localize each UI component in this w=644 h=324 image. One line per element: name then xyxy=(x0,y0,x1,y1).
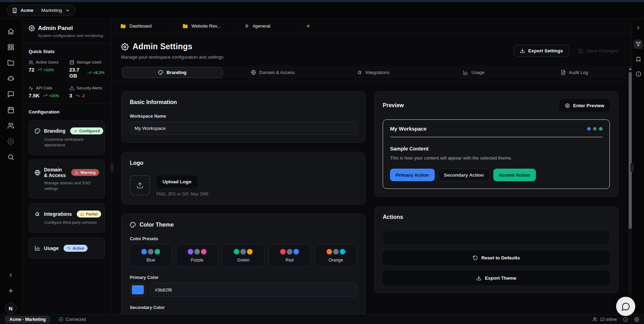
user-avatar[interactable]: N xyxy=(5,302,17,314)
bar-chart-icon xyxy=(35,245,40,251)
scrollbar-thumb[interactable] xyxy=(629,72,632,229)
upload-logo-button[interactable]: Upload Logo xyxy=(156,175,197,188)
calendar-icon xyxy=(7,106,14,113)
export-settings-button[interactable]: Export Settings xyxy=(514,45,569,57)
gear-icon xyxy=(7,138,14,145)
connection-status: Connected xyxy=(59,317,86,322)
main-scrollbar[interactable] xyxy=(628,66,632,314)
search-icon xyxy=(7,154,14,161)
preset-red[interactable]: Red xyxy=(269,244,311,267)
tab-domain-access[interactable]: Domain & Access xyxy=(223,67,323,78)
preset-blue[interactable]: Blue xyxy=(130,244,172,267)
tab-integrations[interactable]: Integrations xyxy=(323,67,424,78)
config-item-desc: Configure third-party services xyxy=(35,220,99,226)
add-button[interactable] xyxy=(4,284,18,298)
folder-icon xyxy=(120,23,126,29)
secondary-action-button[interactable]: Secondary Action xyxy=(438,169,490,181)
basic-information-card: Basic Information Workspace Name xyxy=(121,91,366,143)
preview-theme-dots xyxy=(587,127,602,131)
enter-preview-button[interactable]: Enter Preview xyxy=(559,99,610,112)
chat-fab-button[interactable] xyxy=(616,297,635,316)
stat-label: API Calls xyxy=(36,86,52,90)
tab-audit-log[interactable]: Audit Log xyxy=(524,67,624,78)
accent-action-button[interactable]: Accent Action xyxy=(493,169,536,181)
workspace-name-input[interactable] xyxy=(130,122,357,135)
collapse-sidebar-button[interactable] xyxy=(4,268,18,282)
info-button[interactable] xyxy=(636,71,641,77)
config-item-usage[interactable]: Usage Active xyxy=(29,237,105,259)
trending-up-icon xyxy=(87,71,92,75)
gear-icon[interactable] xyxy=(634,317,639,322)
right-resize-handle[interactable] xyxy=(630,163,634,172)
primary-color-swatch[interactable] xyxy=(130,283,146,297)
filter-panel-button[interactable] xyxy=(634,39,643,49)
logo-dropzone[interactable] xyxy=(130,175,150,196)
hash-icon xyxy=(245,24,249,28)
disabled-action-slot xyxy=(383,231,610,245)
preset-name: Purple xyxy=(191,258,203,263)
left-resize-handle[interactable] xyxy=(110,163,114,172)
config-item-integrations[interactable]: Integrations Partial Configure third-par… xyxy=(29,203,105,233)
stat-label: Security Alerts xyxy=(77,86,103,90)
preset-dot xyxy=(141,249,147,255)
online-count: 12 online xyxy=(593,317,617,322)
preset-green[interactable]: Green xyxy=(222,244,264,267)
sidebar-title: Admin Panel xyxy=(38,25,73,31)
primary-action-button[interactable]: Primary Action xyxy=(390,169,435,181)
doc-tab-dashboard[interactable]: Dashboard xyxy=(112,19,174,33)
stat-delta: +8.2% xyxy=(93,71,105,75)
tab-branding[interactable]: Branding xyxy=(122,67,223,78)
preset-name: Orange xyxy=(329,258,343,263)
rail-item-search[interactable] xyxy=(4,150,18,164)
reset-to-defaults-button[interactable]: Reset to Defaults xyxy=(383,250,610,265)
doc-tab-general-channel[interactable]: #general xyxy=(236,19,298,33)
config-item-domain-access[interactable]: Domain & Access Warning Manage domain an… xyxy=(29,160,105,199)
scrollbar-up-arrow[interactable] xyxy=(629,68,632,70)
workspace-switcher[interactable]: Acme · Marketing xyxy=(6,5,76,16)
grid-icon xyxy=(7,44,14,51)
new-tab-button[interactable] xyxy=(298,19,318,33)
rail-item-bots[interactable] xyxy=(4,72,18,86)
rail-item-settings[interactable] xyxy=(4,134,18,148)
sidebar-subtitle: System configuration and monitoring xyxy=(29,34,105,38)
users-icon xyxy=(593,317,597,322)
export-theme-button[interactable]: Export Theme xyxy=(383,271,610,285)
rail-item-messages[interactable] xyxy=(4,87,18,101)
status-bar: Acme · Marketing Connected 12 online xyxy=(0,314,644,324)
rail-item-apps[interactable] xyxy=(4,40,18,54)
rail-item-people[interactable] xyxy=(4,119,18,133)
rail-item-home[interactable] xyxy=(4,24,18,38)
configuration-section: Configuration Branding Configured Custom… xyxy=(22,104,111,268)
theme-dot xyxy=(593,127,597,131)
primary-color-input[interactable] xyxy=(150,283,357,297)
org-name: Acme xyxy=(21,8,33,13)
stat-label: Active Users xyxy=(36,60,59,65)
rail-item-files[interactable] xyxy=(4,56,18,70)
bookmark-icon xyxy=(636,57,641,62)
info-icon[interactable] xyxy=(623,317,628,322)
preset-orange[interactable]: Orange xyxy=(315,244,357,267)
activity-icon xyxy=(67,246,71,250)
download-icon xyxy=(476,275,481,281)
save-changes-button[interactable]: Save Changes xyxy=(574,45,623,57)
statusbar-workspace[interactable]: Acme · Marketing xyxy=(5,316,50,323)
config-item-branding[interactable]: Branding Configured Customize workspace … xyxy=(29,120,105,155)
tab-usage[interactable]: Usage xyxy=(424,67,524,78)
separator-dot: · xyxy=(37,8,38,13)
primary-color-label: Primary Color xyxy=(130,275,357,280)
file-text-icon xyxy=(561,70,566,75)
gear-icon xyxy=(121,43,129,51)
rail-item-calendar[interactable] xyxy=(4,103,18,117)
preset-dot xyxy=(188,249,193,255)
alert-triangle-icon xyxy=(75,171,78,175)
quick-stats-title: Quick Stats xyxy=(29,49,105,54)
sidebar-header: Admin Panel System configuration and mon… xyxy=(22,19,111,43)
expand-panel-button[interactable] xyxy=(636,25,641,30)
secondary-color-label: Secondary Color xyxy=(130,305,357,310)
doc-tab-website-review[interactable]: Website Rev... xyxy=(174,19,236,33)
right-icon-rail xyxy=(632,19,644,314)
bookmarks-button[interactable] xyxy=(636,57,641,62)
globe-icon xyxy=(251,70,256,75)
check-icon xyxy=(74,129,77,133)
preset-purple[interactable]: Purple xyxy=(176,244,218,267)
